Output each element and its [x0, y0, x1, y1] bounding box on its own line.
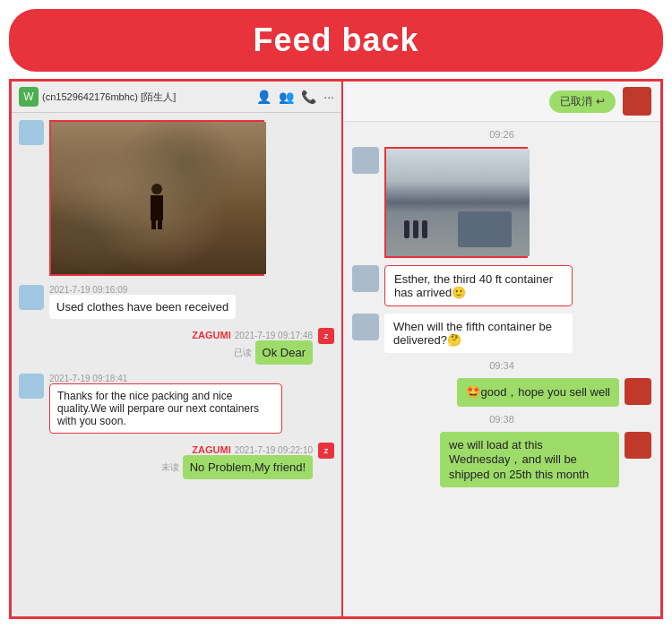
timestamp-0926: 09:26: [352, 129, 651, 140]
right-chat-panel: 已取消 ↩ 09:26: [343, 82, 660, 616]
right-msg-text-good: 🤩good，hope you sell well: [466, 385, 610, 399]
right-msg-row-load: we will load at this Wednesday，and will …: [352, 432, 651, 487]
contact-name: (cn1529642176mbhc) [陌生人]: [42, 90, 176, 104]
cancel-label: 已取消: [560, 94, 592, 109]
chat-header-icons[interactable]: 👤 👥 📞 ···: [256, 90, 334, 104]
msg-text-thanks: Thanks for the nice packing and nice qua…: [57, 390, 259, 427]
timestamp-0938: 09:38: [352, 414, 651, 425]
phone-cancel-icon: ↩: [596, 95, 605, 108]
person-body: [151, 195, 163, 220]
right-msg-row-fifth: When will the fifth container be deliver…: [352, 314, 651, 353]
chat-app-icon: W: [19, 87, 39, 107]
message-row-no-problem: Z 2021-7-19 09:22:10 ZAGUMI No Problem,M…: [19, 443, 334, 479]
person-3: [422, 220, 427, 238]
zagumi-avatar-2: Z: [318, 443, 334, 459]
person-1: [404, 220, 409, 238]
right-bubble-good: 🤩good，hope you sell well: [457, 378, 619, 407]
msg-meta-ok-dear: 2021-7-19 09:17:48 ZAGUMI: [192, 330, 313, 340]
read-status-2: 未读: [161, 461, 179, 474]
msg-meta-no-problem: 2021-7-19 09:22:10 ZAGUMI: [161, 444, 313, 455]
person-figure: [148, 184, 166, 228]
people-row: [404, 220, 427, 238]
page-wrapper: Feed back W (cn1529642176mbhc) [陌生人] 👤 👥…: [0, 0, 672, 628]
right-user-avatar: [623, 87, 651, 116]
group-icon[interactable]: 👥: [279, 90, 294, 104]
right-sender-avatar-1: [352, 147, 379, 174]
sender-avatar-1: [19, 285, 44, 310]
cancel-button[interactable]: 已取消 ↩: [549, 90, 616, 113]
left-chat-header: W (cn1529642176mbhc) [陌生人] 👤 👥 📞 ···: [12, 82, 341, 113]
msg-right-row-2: Z 2021-7-19 09:22:10 ZAGUMI No Problem,M…: [19, 443, 334, 479]
msg-sender-zagumi-1: ZAGUMI: [192, 330, 230, 340]
zagumi-avatar-1: Z: [318, 328, 334, 344]
msg-time-4: 2021-7-19 09:22:10: [235, 445, 313, 455]
chat-image-bordered: [49, 120, 264, 276]
chat-header-left: W (cn1529642176mbhc) [陌生人]: [19, 87, 176, 107]
message-image-row: [19, 120, 334, 276]
msg-bubble-received: Used clothes have been received: [49, 295, 236, 319]
right-self-avatar-1: [625, 378, 651, 405]
content-area: W (cn1529642176mbhc) [陌生人] 👤 👥 📞 ···: [9, 79, 663, 619]
msg-text-ok-dear: Ok Dear: [263, 346, 306, 359]
right-bubble-arrived: Esther, the third 40 ft container has ar…: [384, 265, 573, 306]
right-image-row: [352, 147, 651, 258]
timestamp-0934: 09:34: [352, 360, 651, 371]
right-sender-avatar-2: [352, 265, 379, 292]
msg-left-row-1: 2021-7-19 09:16:09 Used clothes have bee…: [19, 285, 334, 319]
read-status-1: 已读: [234, 347, 252, 359]
msg-left-row-2: 2021-7-19 09:18:41 Thanks for the nice p…: [19, 374, 334, 434]
msg-time-2: 2021-7-19 09:17:48: [235, 331, 313, 340]
msg-text-received: Used clothes have been received: [56, 300, 228, 314]
warehouse-image: [386, 149, 530, 256]
msg-time-3: 2021-7-19 09:18:41: [49, 374, 282, 383]
header-banner: Feed back: [9, 9, 663, 72]
right-sender-avatar-3: [352, 314, 379, 340]
right-image-bordered: [384, 147, 528, 258]
right-chat-body: 09:26: [343, 122, 660, 616]
ok-dear-row: Ok Dear 已读: [192, 340, 313, 365]
message-row-received: 2021-7-19 09:16:09 Used clothes have bee…: [19, 285, 334, 319]
person-2: [413, 220, 418, 238]
message-row-ok-dear: Z 2021-7-19 09:17:48 ZAGUMI Ok Dear 已读: [19, 328, 334, 365]
truck-shape: [458, 211, 512, 247]
right-bubble-fifth: When will the fifth container be deliver…: [384, 314, 573, 353]
msg-bubble-no-problem: No Problem,My friend!: [183, 455, 313, 479]
leg-right: [158, 220, 162, 229]
msg-time-1: 2021-7-19 09:16:09: [49, 285, 236, 295]
right-chat-header: 已取消 ↩: [343, 82, 660, 122]
right-msg-row-good: 🤩good，hope you sell well: [352, 378, 651, 407]
sender-avatar-left: [19, 120, 44, 145]
no-problem-row: No Problem,My friend! 未读: [161, 455, 313, 479]
person-legs: [148, 220, 166, 229]
leg-left: [151, 220, 156, 229]
left-chat-panel: W (cn1529642176mbhc) [陌生人] 👤 👥 📞 ···: [12, 82, 343, 616]
left-chat-body: 2021-7-19 09:16:09 Used clothes have bee…: [12, 113, 341, 616]
msg-bubble-thanks: Thanks for the nice packing and nice qua…: [49, 383, 282, 434]
page-title: Feed back: [9, 22, 663, 59]
right-msg-row-arrived: Esther, the third 40 ft container has ar…: [352, 265, 651, 306]
clothes-bale-image: [51, 122, 266, 274]
more-icon[interactable]: ···: [323, 90, 334, 104]
right-bubble-load: we will load at this Wednesday，and will …: [440, 432, 619, 487]
msg-right-row-1: Z 2021-7-19 09:17:48 ZAGUMI Ok Dear 已读: [19, 328, 334, 365]
right-self-avatar-2: [625, 432, 651, 459]
msg-bubble-ok-dear: Ok Dear: [255, 340, 313, 365]
msg-sender-zagumi-2: ZAGUMI: [192, 444, 230, 455]
msg-text-no-problem: No Problem,My friend!: [190, 460, 306, 474]
right-msg-text-load: we will load at this Wednesday，and will …: [449, 438, 589, 481]
right-msg-text-fifth: When will the fifth container be deliver…: [393, 320, 552, 347]
phone-icon[interactable]: 📞: [301, 90, 316, 104]
right-msg-text-arrived: Esther, the third 40 ft container has ar…: [394, 272, 553, 299]
sender-avatar-2: [19, 374, 44, 399]
person-head: [151, 184, 162, 194]
contact-icon[interactable]: 👤: [256, 90, 271, 104]
message-row-thanks: 2021-7-19 09:18:41 Thanks for the nice p…: [19, 374, 334, 434]
